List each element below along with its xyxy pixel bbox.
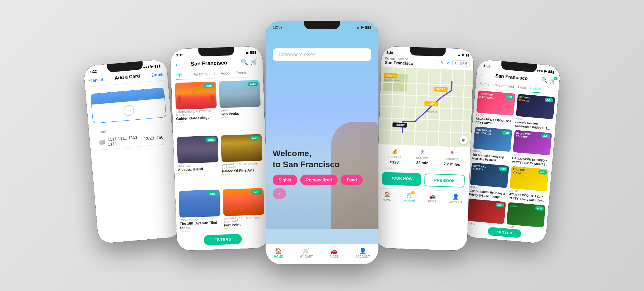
cat-sights[interactable]: Sights (273, 175, 297, 185)
distance-value: 7.2 miles (443, 162, 460, 167)
search-icon-2[interactable]: 🔍 (241, 58, 248, 66)
tab-food-5[interactable]: Food (518, 83, 527, 92)
back-button-5[interactable]: ‹ (480, 71, 482, 78)
add-btn-golden-gate[interactable]: Add (203, 83, 214, 88)
event-item-7[interactable]: Add MUSIC (466, 199, 506, 228)
fare-item: 💰 EST. FARE $128 (388, 149, 402, 165)
add-btn-alcatraz[interactable]: Add (206, 137, 216, 142)
event-item-3[interactable]: 9TH ANNUALHIP HOP DAY Add MUSIC 9th Annu… (472, 126, 512, 164)
tab-events-5[interactable]: Events (530, 85, 542, 93)
add-card-title: Add a Card (114, 73, 140, 81)
time-label: EST. TIME (416, 156, 429, 159)
share-icon-4[interactable]: ↗ (446, 60, 450, 65)
status-icons-3: ▲ ▶ ▮▮▮ (356, 25, 371, 29)
fare-label: EST. FARE (388, 156, 401, 159)
cat-food[interactable]: Food (341, 175, 363, 185)
tab-sights-5[interactable]: Sights (479, 80, 490, 89)
event-item-8[interactable]: solum Add MUSIC (506, 202, 546, 232)
card-more-icon[interactable]: ··· (123, 105, 135, 116)
cat-personalized[interactable]: Personalized (300, 175, 338, 185)
done-button[interactable]: Done (151, 72, 163, 78)
event-item-2[interactable]: SCORPIOSEASON Add MUSIC Scorpio Season C… (515, 94, 555, 131)
add-btn-event6[interactable]: Add (538, 170, 547, 175)
battery-icon-1: ▮▮▮ (154, 64, 161, 69)
event-item-1[interactable]: ROOFTOPDAY PARTY Add MUSIC ATLANTA'S #1 … (475, 90, 515, 127)
nav-account-4[interactable]: 👤 ACCOUNT (449, 193, 463, 204)
card-cvv-value: 456 (156, 135, 164, 140)
sights-item-twin-peaks[interactable]: Add PARKS Twin Peaks ★★★★☆ (219, 80, 261, 132)
book-now-button[interactable]: BOOK NOW (382, 172, 421, 186)
nav-home-3[interactable]: 🏠 HOME (274, 247, 283, 258)
phone-events: 1:36 ●●● ▶ ▮▮▮ ‹ San Francisco 🔍 🛒 6 Sig… (463, 59, 561, 244)
card-header-stripe (91, 88, 164, 105)
pickup-info: Pickup Location San Francisco (385, 56, 413, 66)
clear-button[interactable]: CLEAR (452, 60, 470, 67)
status-icons-4: ▲ ▶ ▮▮ (457, 53, 469, 57)
nav-cart-3[interactable]: 🛒 MY CART (299, 247, 313, 258)
nav-cart-4[interactable]: 🛒 4 MY CART (403, 192, 416, 202)
search-bar-3[interactable]: Somewhere else? (273, 48, 371, 61)
rides-label-3: RIDES (329, 255, 339, 258)
sights-item-alcatraz[interactable]: Add MUSEUMS Alcatraz Island ★★★★☆ (177, 135, 220, 188)
event-item-6[interactable]: ROOFTOPVYBEZ Add MUSIC ATL's #1 ROOFTOP … (509, 166, 549, 203)
cart-wrap-5[interactable]: 🛒 6 (549, 77, 556, 84)
tab-sights-2[interactable]: Sights (176, 71, 187, 80)
stop1-badge: STOP 1 (424, 101, 438, 107)
account-label-3: ACCOUNT (355, 255, 370, 258)
cat-more[interactable]: › (273, 188, 286, 199)
phone2-screen: 1:15 ▶ ▮▮▮ ‹ San Francisco 🔍 🛒 Sights Pe… (170, 46, 269, 251)
wifi-4: ▶ (462, 53, 464, 57)
nav-rides-4[interactable]: 🚗 RIDES (428, 193, 437, 203)
fare-info-row: 💰 EST. FARE $128 ⏱ EST. TIME 32 min 📍 DI… (378, 144, 471, 172)
tab-food-2[interactable]: Food (220, 69, 230, 78)
tab-personalized-2[interactable]: Personalized (192, 69, 215, 79)
nav-rides-3[interactable]: 🚗 RIDES (329, 247, 339, 258)
welcome-line1: Welcome, to San Francisco (273, 148, 371, 170)
sights-item-fort-point[interactable]: Add LANDMARKS & HISTORICAL BUILDINGS For… (222, 188, 265, 242)
add-btn-event5[interactable]: Add (498, 166, 508, 171)
pickup-badge: PICKUP (392, 122, 407, 128)
nav-account-3[interactable]: 👤 ACCOUNT (355, 247, 370, 258)
add-btn-event8[interactable]: Add (535, 206, 544, 211)
back-button-2[interactable]: ‹ (175, 61, 177, 68)
add-btn-fort-point[interactable]: Add (251, 190, 262, 194)
map-label-haight: Haight St (427, 110, 437, 113)
time-icon: ⏱ (420, 150, 425, 156)
sights-item-palace[interactable]: Add LANDMARKS & HISTORICAL BUILDINGS Pal… (221, 134, 263, 186)
cart-icon-2[interactable]: 🛒 (250, 58, 258, 65)
pickup-city: San Francisco (385, 60, 413, 66)
phone-welcome: 12:57 ▲ ▶ ▮▮▮ Somewhere else? Welcome, t… (266, 21, 378, 264)
event-img-1: ROOFTOPDAY PARTY (476, 90, 515, 116)
event-img-4: HALLOWEENROOFTOP (513, 130, 552, 156)
add-btn-event3[interactable]: Add (502, 130, 511, 135)
search-icon-5[interactable]: 🔍 (541, 77, 548, 84)
pre-book-button[interactable]: PRE BOOK (424, 173, 465, 188)
add-btn-16th-ave[interactable]: Add (207, 191, 218, 196)
distance-label: DISTANCE (445, 157, 459, 161)
tab-events-2[interactable]: Events (235, 69, 247, 78)
book-buttons: BOOK NOW PRE BOOK (377, 168, 470, 192)
phone3-screen: 12:57 ▲ ▶ ▮▮▮ Somewhere else? Welcome, t… (266, 21, 378, 264)
add-btn-event2[interactable]: Add (544, 98, 554, 103)
edit-icon-4[interactable]: ✎ (440, 60, 444, 65)
cancel-button[interactable]: Cancel (89, 77, 103, 83)
home-label-3: HOME (274, 255, 283, 258)
wifi-icon-1: ▶ (150, 64, 153, 69)
add-btn-event1[interactable]: Add (505, 94, 514, 99)
add-btn-palace[interactable]: Add (250, 136, 260, 140)
add-btn-event4[interactable]: Add (541, 134, 550, 139)
event-item-4[interactable]: HALLOWEENROOFTOP Add MUSIC HALLOWEEN ROO… (512, 130, 552, 167)
event-item-5[interactable]: SUITE LIFEFRIDAYS Add MUSIC V103's #Suit… (469, 162, 509, 200)
account-icon-4: 👤 (452, 193, 459, 200)
time-1: 1:22 (89, 69, 97, 74)
route-map: STOP 3 STOP 2 STOP 1 PICKUP ⊕ Presidio o… (378, 67, 473, 148)
events-city-title: San Francisco (484, 72, 540, 82)
sights-item-golden-gate[interactable]: Add LANDMARKS & HISTORICAL BUILDINGS Gol… (175, 81, 218, 134)
nav-home-4[interactable]: 🏠 HOME (383, 191, 391, 201)
time-value: 32 min (416, 160, 429, 165)
rides-icon-3: 🚗 (330, 247, 338, 254)
add-btn-event7[interactable]: Add (495, 203, 504, 208)
status-icons-5: ●●● ▶ ▮▮▮ (536, 68, 555, 74)
filters-button-2[interactable]: FILTERS (203, 234, 242, 245)
add-btn-twin-peaks[interactable]: Add (247, 82, 258, 86)
